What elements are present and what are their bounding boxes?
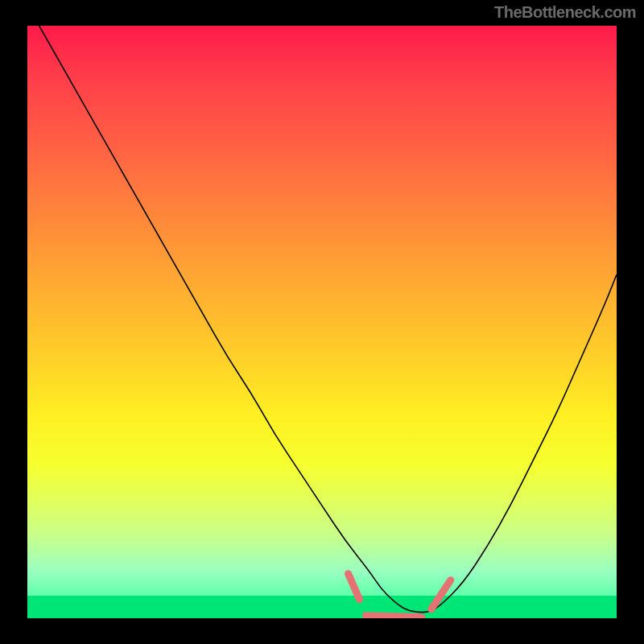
chart-svg [27,26,617,618]
watermark-text: TheBottleneck.com [494,3,636,22]
bottleneck-curve-line [39,26,617,613]
plot-area [27,26,617,618]
optimal-region-marker [349,574,451,617]
